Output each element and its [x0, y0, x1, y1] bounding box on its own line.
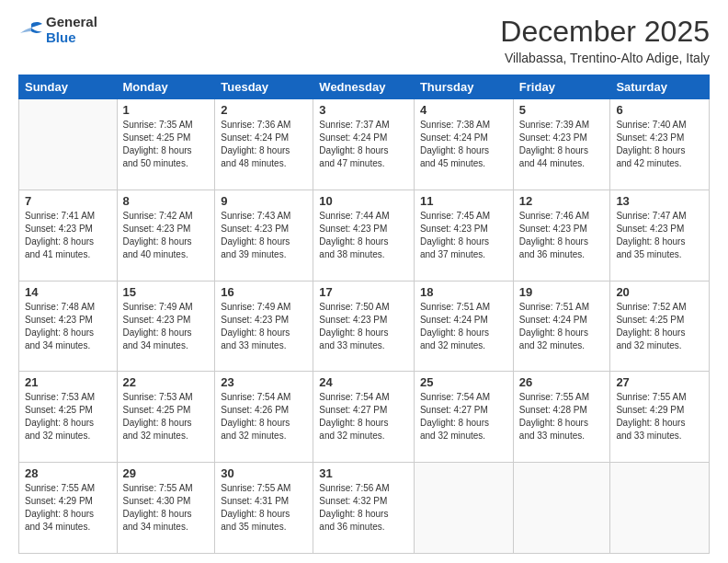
day-info: Sunrise: 7:47 AMSunset: 4:23 PMDaylight:…: [616, 210, 703, 261]
calendar-header-thursday: Thursday: [414, 75, 513, 99]
day-number: 30: [221, 466, 307, 480]
calendar-cell: 28Sunrise: 7:55 AMSunset: 4:29 PMDayligh…: [19, 463, 118, 554]
day-info: Sunrise: 7:54 AMSunset: 4:27 PMDaylight:…: [319, 391, 408, 442]
day-info: Sunrise: 7:49 AMSunset: 4:23 PMDaylight:…: [123, 301, 210, 352]
calendar-cell: 30Sunrise: 7:55 AMSunset: 4:31 PMDayligh…: [215, 463, 313, 554]
day-info: Sunrise: 7:51 AMSunset: 4:24 PMDaylight:…: [420, 301, 507, 352]
day-number: 14: [25, 285, 111, 299]
calendar-week-2: 14Sunrise: 7:48 AMSunset: 4:23 PMDayligh…: [19, 281, 710, 372]
calendar-cell: 20Sunrise: 7:52 AMSunset: 4:25 PMDayligh…: [610, 281, 710, 372]
logo-text-wrapper: General Blue: [46, 15, 97, 45]
day-info: Sunrise: 7:55 AMSunset: 4:29 PMDaylight:…: [616, 391, 703, 442]
calendar-cell: 29Sunrise: 7:55 AMSunset: 4:30 PMDayligh…: [117, 463, 215, 554]
logo-blue-text: Blue: [46, 30, 97, 46]
day-info: Sunrise: 7:45 AMSunset: 4:23 PMDaylight:…: [420, 210, 507, 261]
day-info: Sunrise: 7:40 AMSunset: 4:23 PMDaylight:…: [616, 119, 703, 170]
day-number: 23: [221, 375, 307, 389]
day-info: Sunrise: 7:56 AMSunset: 4:32 PMDaylight:…: [319, 482, 408, 534]
day-number: 10: [319, 194, 408, 208]
day-info: Sunrise: 7:42 AMSunset: 4:23 PMDaylight:…: [123, 210, 210, 261]
calendar-cell: 18Sunrise: 7:51 AMSunset: 4:24 PMDayligh…: [414, 281, 513, 372]
calendar-week-4: 28Sunrise: 7:55 AMSunset: 4:29 PMDayligh…: [19, 463, 710, 554]
calendar-cell: 2Sunrise: 7:36 AMSunset: 4:24 PMDaylight…: [215, 99, 313, 190]
day-info: Sunrise: 7:55 AMSunset: 4:30 PMDaylight:…: [123, 482, 210, 534]
day-number: 5: [519, 103, 605, 117]
calendar-cell: 8Sunrise: 7:42 AMSunset: 4:23 PMDaylight…: [117, 190, 215, 281]
day-number: 13: [616, 194, 703, 208]
calendar-cell: 14Sunrise: 7:48 AMSunset: 4:23 PMDayligh…: [19, 281, 118, 372]
calendar-cell: [610, 463, 710, 554]
logo-icon: [18, 20, 44, 40]
calendar-cell: 17Sunrise: 7:50 AMSunset: 4:23 PMDayligh…: [313, 281, 415, 372]
day-number: 26: [519, 375, 605, 389]
day-number: 18: [420, 285, 507, 299]
calendar-cell: 19Sunrise: 7:51 AMSunset: 4:24 PMDayligh…: [513, 281, 610, 372]
day-number: 19: [519, 285, 605, 299]
calendar-cell: 16Sunrise: 7:49 AMSunset: 4:23 PMDayligh…: [215, 281, 313, 372]
day-number: 24: [319, 375, 408, 389]
day-info: Sunrise: 7:55 AMSunset: 4:31 PMDaylight:…: [221, 482, 307, 534]
day-number: 12: [519, 194, 605, 208]
day-info: Sunrise: 7:41 AMSunset: 4:23 PMDaylight:…: [25, 210, 111, 261]
day-number: 21: [25, 375, 111, 389]
location: Villabassa, Trentino-Alto Adige, Italy: [500, 51, 710, 65]
day-number: 8: [123, 194, 210, 208]
calendar-header-sunday: Sunday: [19, 75, 118, 99]
calendar-cell: 15Sunrise: 7:49 AMSunset: 4:23 PMDayligh…: [117, 281, 215, 372]
day-number: 11: [420, 194, 507, 208]
logo-general-text: General: [46, 15, 97, 30]
calendar-cell: 31Sunrise: 7:56 AMSunset: 4:32 PMDayligh…: [313, 463, 415, 554]
calendar-header-saturday: Saturday: [610, 75, 710, 99]
calendar-cell: 10Sunrise: 7:44 AMSunset: 4:23 PMDayligh…: [313, 190, 415, 281]
day-number: 20: [616, 285, 703, 299]
calendar-cell: 4Sunrise: 7:38 AMSunset: 4:24 PMDaylight…: [414, 99, 513, 190]
calendar-cell: 1Sunrise: 7:35 AMSunset: 4:25 PMDaylight…: [117, 99, 215, 190]
calendar-cell: 12Sunrise: 7:46 AMSunset: 4:23 PMDayligh…: [513, 190, 610, 281]
day-number: 17: [319, 285, 408, 299]
day-info: Sunrise: 7:54 AMSunset: 4:27 PMDaylight:…: [420, 391, 507, 442]
day-info: Sunrise: 7:38 AMSunset: 4:24 PMDaylight:…: [420, 119, 507, 170]
day-info: Sunrise: 7:55 AMSunset: 4:29 PMDaylight:…: [25, 482, 111, 534]
calendar-cell: 9Sunrise: 7:43 AMSunset: 4:23 PMDaylight…: [215, 190, 313, 281]
calendar-cell: 27Sunrise: 7:55 AMSunset: 4:29 PMDayligh…: [610, 372, 710, 463]
calendar-cell: 5Sunrise: 7:39 AMSunset: 4:23 PMDaylight…: [513, 99, 610, 190]
day-info: Sunrise: 7:50 AMSunset: 4:23 PMDaylight:…: [319, 301, 408, 352]
calendar-header-wednesday: Wednesday: [313, 75, 415, 99]
calendar-cell: 3Sunrise: 7:37 AMSunset: 4:24 PMDaylight…: [313, 99, 415, 190]
calendar-cell: 6Sunrise: 7:40 AMSunset: 4:23 PMDaylight…: [610, 99, 710, 190]
day-info: Sunrise: 7:53 AMSunset: 4:25 PMDaylight:…: [25, 391, 111, 442]
day-info: Sunrise: 7:51 AMSunset: 4:24 PMDaylight:…: [519, 301, 605, 352]
day-info: Sunrise: 7:43 AMSunset: 4:23 PMDaylight:…: [221, 210, 307, 261]
day-number: 27: [616, 375, 703, 389]
calendar-cell: [414, 463, 513, 554]
day-info: Sunrise: 7:52 AMSunset: 4:25 PMDaylight:…: [616, 301, 703, 352]
calendar-header-tuesday: Tuesday: [215, 75, 313, 99]
calendar-cell: 7Sunrise: 7:41 AMSunset: 4:23 PMDaylight…: [19, 190, 118, 281]
calendar-header-row: SundayMondayTuesdayWednesdayThursdayFrid…: [19, 75, 710, 99]
day-number: 9: [221, 194, 307, 208]
day-info: Sunrise: 7:48 AMSunset: 4:23 PMDaylight:…: [25, 301, 111, 352]
day-number: 22: [123, 375, 210, 389]
calendar-cell: 24Sunrise: 7:54 AMSunset: 4:27 PMDayligh…: [313, 372, 415, 463]
day-number: 1: [123, 103, 210, 117]
day-number: 3: [319, 103, 408, 117]
calendar-cell: 22Sunrise: 7:53 AMSunset: 4:25 PMDayligh…: [117, 372, 215, 463]
calendar-cell: 26Sunrise: 7:55 AMSunset: 4:28 PMDayligh…: [513, 372, 610, 463]
day-number: 7: [25, 194, 111, 208]
calendar-week-1: 7Sunrise: 7:41 AMSunset: 4:23 PMDaylight…: [19, 190, 710, 281]
day-info: Sunrise: 7:37 AMSunset: 4:24 PMDaylight:…: [319, 119, 408, 170]
calendar-cell: 23Sunrise: 7:54 AMSunset: 4:26 PMDayligh…: [215, 372, 313, 463]
day-info: Sunrise: 7:55 AMSunset: 4:28 PMDaylight:…: [519, 391, 605, 442]
day-info: Sunrise: 7:35 AMSunset: 4:25 PMDaylight:…: [123, 119, 210, 170]
day-number: 25: [420, 375, 507, 389]
day-number: 31: [319, 466, 408, 480]
day-info: Sunrise: 7:44 AMSunset: 4:23 PMDaylight:…: [319, 210, 408, 261]
day-info: Sunrise: 7:39 AMSunset: 4:23 PMDaylight:…: [519, 119, 605, 170]
day-info: Sunrise: 7:49 AMSunset: 4:23 PMDaylight:…: [221, 301, 307, 352]
day-info: Sunrise: 7:46 AMSunset: 4:23 PMDaylight:…: [519, 210, 605, 261]
day-number: 6: [616, 103, 703, 117]
calendar-cell: 25Sunrise: 7:54 AMSunset: 4:27 PMDayligh…: [414, 372, 513, 463]
calendar-cell: 11Sunrise: 7:45 AMSunset: 4:23 PMDayligh…: [414, 190, 513, 281]
day-number: 16: [221, 285, 307, 299]
header: General Blue December 2025 Villabassa, T…: [18, 15, 710, 65]
